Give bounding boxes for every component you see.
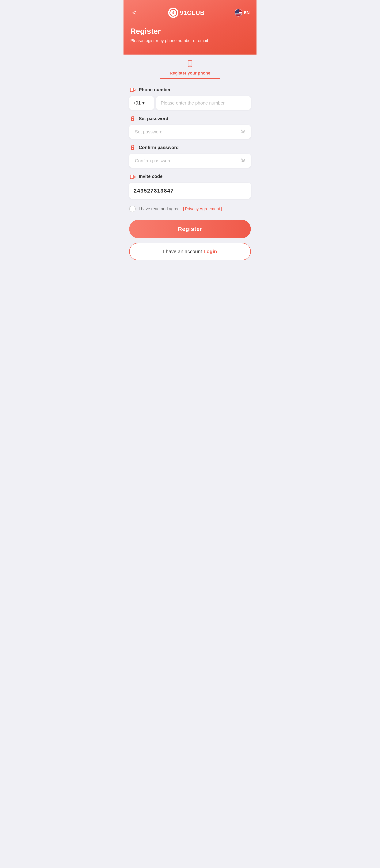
- logo-area: 9 91CLUB: [168, 8, 204, 18]
- invite-code-label-text: Invite code: [139, 174, 162, 179]
- phone-tab-icon: [187, 60, 193, 69]
- confirm-password-eye-icon[interactable]: [239, 156, 247, 166]
- confirm-password-input-wrap: [129, 154, 251, 167]
- svg-point-11: [132, 91, 132, 92]
- svg-rect-8: [189, 66, 191, 66]
- dropdown-icon: ▾: [142, 100, 145, 106]
- password-label-text: Set password: [139, 116, 168, 121]
- app-container: < 9 91CLUB: [124, 0, 256, 868]
- svg-rect-22: [132, 149, 133, 149]
- agreement-checkbox[interactable]: [129, 206, 136, 212]
- confirm-password-label-row: Confirm password: [129, 144, 251, 151]
- confirm-password-label-text: Confirm password: [139, 145, 179, 150]
- phone-row: +91 ▾: [129, 96, 251, 110]
- page-subtitle: Please register by phone number or email: [130, 38, 250, 43]
- content: Register your phone Phone number: [124, 55, 256, 868]
- login-button[interactable]: I have an account Login: [129, 243, 251, 260]
- phone-input[interactable]: [156, 96, 251, 110]
- header-top: < 9 91CLUB: [130, 8, 250, 18]
- back-button[interactable]: <: [130, 8, 138, 17]
- svg-rect-16: [132, 120, 133, 120]
- register-button[interactable]: Register: [129, 220, 251, 238]
- invite-code-section: Invite code 243527313847: [129, 173, 251, 199]
- svg-rect-5: [235, 13, 242, 14]
- lock-icon: [129, 115, 136, 122]
- login-link-text: Login: [203, 249, 217, 254]
- svg-rect-13: [134, 89, 135, 90]
- svg-rect-10: [130, 88, 133, 91]
- phone-label-text: Phone number: [139, 87, 170, 92]
- agreement-row: I have read and agree 【Privacy Agreement…: [129, 206, 251, 212]
- confirm-password-section: Confirm password: [129, 144, 251, 167]
- invite-code-value: 243527313847: [129, 183, 251, 199]
- password-eye-icon[interactable]: [239, 127, 247, 137]
- password-label-row: Set password: [129, 115, 251, 122]
- logo-icon: 9: [168, 8, 179, 18]
- invite-code-label-row: Invite code: [129, 173, 251, 180]
- svg-point-28: [132, 178, 132, 179]
- privacy-agreement-link[interactable]: 【Privacy Agreement】: [181, 207, 224, 211]
- page-title: Register: [130, 27, 250, 35]
- logo-text: 91CLUB: [180, 9, 204, 17]
- lang-label: EN: [244, 10, 250, 15]
- invite-code-icon: [129, 173, 136, 180]
- password-input[interactable]: [133, 125, 239, 139]
- tabs: Register your phone: [129, 55, 251, 79]
- svg-rect-29: [134, 176, 135, 178]
- phone-section: Phone number +91 ▾: [129, 86, 251, 110]
- tab-phone[interactable]: Register your phone: [160, 55, 220, 79]
- tab-phone-label: Register your phone: [170, 71, 210, 79]
- tab-active-underline: [160, 78, 220, 79]
- have-account-text: I have an account: [163, 249, 202, 254]
- phone-label-row: Phone number: [129, 86, 251, 93]
- confirm-lock-icon: [129, 144, 136, 151]
- language-button[interactable]: EN: [235, 9, 250, 17]
- password-section: Set password: [129, 115, 251, 139]
- country-code-value: +91: [133, 100, 141, 106]
- flag-icon: [235, 9, 242, 17]
- phone-field-icon: [129, 86, 136, 93]
- country-code-button[interactable]: +91 ▾: [129, 96, 154, 110]
- password-input-wrap: [129, 125, 251, 139]
- svg-text:9: 9: [172, 11, 174, 14]
- confirm-password-input[interactable]: [133, 154, 239, 167]
- agreement-text-wrap: I have read and agree 【Privacy Agreement…: [139, 206, 224, 212]
- agreement-text: I have read and agree: [139, 207, 181, 211]
- svg-rect-27: [130, 175, 133, 178]
- header: < 9 91CLUB: [124, 0, 256, 55]
- svg-rect-6: [235, 9, 239, 13]
